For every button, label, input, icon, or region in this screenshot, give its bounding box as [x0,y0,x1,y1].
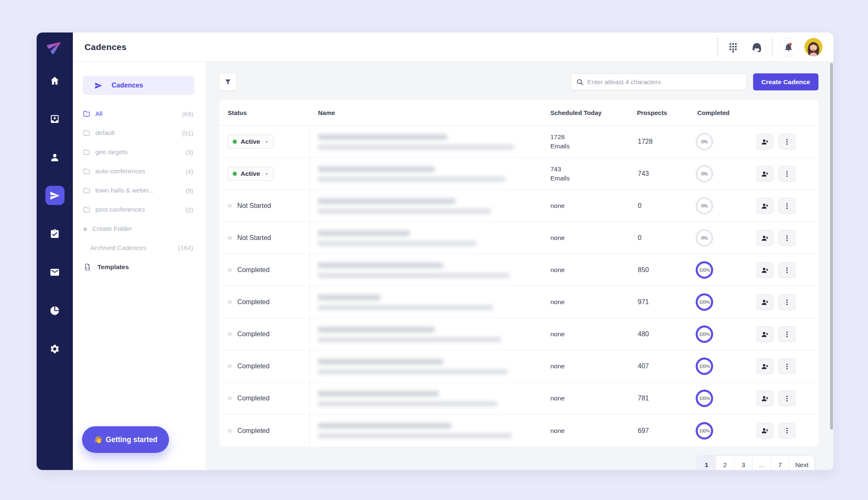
status-cell: Active [219,158,310,190]
pagination-item[interactable]: Next [789,456,814,470]
scheduled-today-cell: none [542,426,637,435]
cadence-name-redacted[interactable] [310,230,542,246]
filter-button[interactable] [219,74,236,90]
rail-item-settings[interactable] [45,339,65,358]
rail-item-home[interactable] [45,71,65,90]
add-prospect-button[interactable] [756,390,773,406]
add-prospect-button[interactable] [756,358,773,374]
prospects-cell: 697 [637,427,689,435]
cadence-name-redacted[interactable] [310,166,542,182]
cadences-table: Status Name Scheduled Today Prospects Co… [219,100,818,447]
row-actions [756,262,818,278]
completed-cell: 0% [689,229,756,247]
row-menu-button[interactable] [778,390,796,406]
archived-label: Archived Cadences [90,244,146,252]
row-menu-button[interactable] [778,166,796,182]
notifications-button[interactable] [779,38,798,57]
app-window: Cadences [37,32,833,470]
rail-item-cadences[interactable] [45,186,65,205]
scheduled-today-cell: none [542,233,637,242]
rail-item-tasks[interactable] [45,224,65,243]
status-label: Completed [237,395,269,402]
pagination-item[interactable]: 3 [734,456,752,470]
folder-label: All [95,110,177,118]
row-menu-button[interactable] [778,134,796,150]
rail-item-reports[interactable] [45,301,65,320]
kebab-menu-icon [783,330,791,338]
status-dot [228,364,232,368]
sidebar-folder-item[interactable]: All (69) [73,104,206,123]
row-menu-button[interactable] [778,358,796,374]
status-cell: Completed [219,286,310,318]
cadence-name-redacted[interactable] [310,359,542,374]
add-prospect-button[interactable] [756,134,773,150]
add-prospect-button[interactable] [756,230,773,246]
person-plus-icon [761,395,769,402]
cadence-name-redacted[interactable] [310,391,542,406]
row-menu-button[interactable] [778,198,796,214]
add-prospect-button[interactable] [756,262,773,278]
scheduled-value: none [550,426,637,435]
add-prospect-button[interactable] [756,198,773,214]
blurred-text-line [318,295,381,300]
archived-cadences-item[interactable]: Archived Cadences (184) [73,238,206,258]
add-prospect-button[interactable] [756,326,773,342]
status-dropdown[interactable]: Active [228,135,274,149]
folder-icon [83,148,90,156]
pagination-item[interactable]: ... [752,456,771,470]
blurred-text-line [318,230,410,236]
pagination-item[interactable]: 7 [771,456,789,470]
completion-ring: 100% [696,390,713,407]
support-headset-button[interactable] [748,38,766,56]
rail-item-inbox[interactable] [45,109,65,128]
sidebar-folder-item[interactable]: post-conferences (2) [73,200,206,219]
column-header-scheduled: Scheduled Today [542,109,637,116]
create-folder-button[interactable]: + Create Folder [73,219,206,238]
cadence-name-redacted[interactable] [310,295,542,310]
row-menu-button[interactable] [778,262,796,278]
cadence-name-redacted[interactable] [310,423,542,438]
status-dropdown[interactable]: Active [228,167,274,181]
row-menu-button[interactable] [778,230,796,246]
cadence-name-redacted[interactable] [310,198,542,214]
completed-cell: 0% [689,165,756,182]
pagination-item[interactable]: 2 [716,456,734,470]
sidebar-folder-item[interactable]: default (51) [73,123,206,142]
blurred-text-line [318,198,455,204]
row-actions [756,294,818,310]
row-menu-button[interactable] [778,294,796,310]
search-input[interactable] [587,74,747,90]
add-prospect-button[interactable] [756,166,773,182]
row-menu-button[interactable] [778,326,796,342]
sidebar-folder-item[interactable]: auto-conferences (4) [73,162,206,181]
cadence-name-redacted[interactable] [310,134,542,150]
scheduled-today-cell: 1728 Emails [542,132,637,150]
sidebar-item-cadences[interactable]: Cadences [83,76,194,95]
dialpad-button[interactable] [724,38,742,56]
getting-started-button[interactable]: 👋 Getting started [82,426,169,453]
rail-item-email[interactable] [45,262,65,282]
row-menu-button[interactable] [778,423,796,439]
add-prospect-button[interactable] [756,294,773,310]
create-cadence-button[interactable]: Create Cadence [753,73,818,90]
sidebar-folder-item[interactable]: geo targets (3) [73,142,206,162]
add-prospect-button[interactable] [756,423,773,439]
pagination-item[interactable]: 1 [697,456,716,470]
row-actions [756,390,818,406]
table-row: Not Started none [219,222,818,254]
user-avatar[interactable] [804,38,823,56]
blurred-text-line [318,166,435,172]
cadence-name-redacted[interactable] [310,262,542,278]
folder-label: default [95,129,177,137]
table-row: Active 743 [219,158,818,190]
completion-ring: 100% [696,358,713,375]
scrollbar-thumb[interactable] [830,63,833,430]
templates-item[interactable]: Templates [73,258,206,277]
cadence-name-redacted[interactable] [310,327,542,342]
scheduled-today-cell: none [542,394,637,403]
scheduled-value: none [550,330,637,339]
folder-count: (2) [186,206,193,213]
sidebar-folder-item[interactable]: town halls & webin... (9) [73,181,206,200]
rail-item-contacts[interactable] [45,148,65,167]
scheduled-value: none [550,362,637,371]
